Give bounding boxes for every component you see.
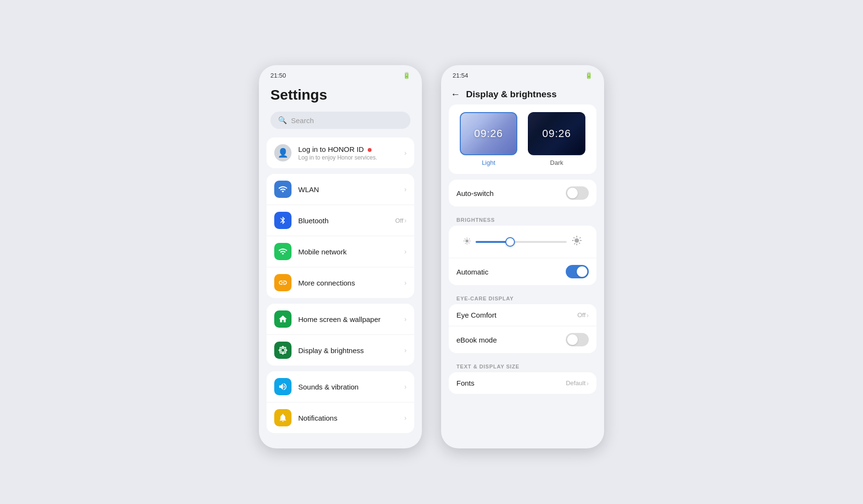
search-bar[interactable]: 🔍 Search	[270, 112, 410, 129]
display-brightness-content: Display & brightness	[298, 346, 404, 355]
eye-comfort-right: Off ›	[577, 311, 589, 319]
home-screen-item[interactable]: Home screen & wallpaper ›	[267, 304, 414, 335]
eye-comfort-label: Eye Comfort	[456, 311, 577, 319]
ebook-toggle[interactable]	[566, 333, 589, 346]
fonts-chevron: ›	[586, 379, 589, 387]
sounds-item[interactable]: Sounds & vibration ›	[267, 371, 414, 402]
display-brightness-item[interactable]: Display & brightness ›	[267, 335, 414, 366]
automatic-toggle[interactable]	[566, 265, 589, 278]
automatic-knob	[577, 266, 587, 277]
battery-icon-right: 🔋	[585, 72, 593, 79]
home-screen-content: Home screen & wallpaper	[298, 315, 404, 323]
search-placeholder: Search	[291, 116, 314, 125]
bluetooth-label: Bluetooth	[298, 217, 395, 225]
honor-id-item[interactable]: 👤 Log in to HONOR ID Log in to enjoy Hon…	[267, 137, 414, 168]
time-right: 21:54	[453, 72, 468, 79]
auto-switch-card: Auto-switch	[449, 180, 596, 206]
brightness-slider-item	[449, 226, 596, 258]
avatar: 👤	[274, 144, 292, 161]
mobile-network-chevron: ›	[404, 248, 407, 255]
battery-icon-left: 🔋	[403, 72, 410, 79]
back-button[interactable]: ←	[451, 89, 460, 100]
account-card: 👤 Log in to HONOR ID Log in to enjoy Hon…	[267, 137, 414, 168]
settings-phone: 21:50 🔋 Settings 🔍 Search 👤 Log in to HO…	[259, 65, 422, 448]
theme-dark-label: Dark	[550, 159, 563, 166]
theme-selector: 09:26 Light 09:26 Dark	[449, 104, 596, 174]
automatic-label: Automatic	[456, 268, 566, 276]
theme-light-time: 09:26	[474, 127, 503, 140]
sounds-content: Sounds & vibration	[298, 383, 404, 391]
brightness-card: Automatic	[449, 226, 596, 285]
chevron-icon: ›	[404, 149, 407, 157]
wlan-item[interactable]: WLAN ›	[267, 174, 414, 205]
theme-dark-preview: 09:26	[528, 112, 585, 155]
bluetooth-chevron: ›	[404, 217, 407, 224]
honor-id-title: Log in to HONOR ID	[298, 145, 404, 153]
notifications-icon	[274, 409, 292, 426]
auto-switch-knob	[567, 188, 578, 198]
settings-title: Settings	[259, 82, 422, 112]
theme-light-preview: 09:26	[460, 112, 517, 155]
bluetooth-status: Off	[395, 217, 403, 224]
status-bar-left: 21:50 🔋	[259, 65, 422, 82]
search-icon: 🔍	[278, 116, 287, 125]
mobile-network-content: Mobile network	[298, 248, 404, 256]
sounds-icon	[274, 378, 292, 395]
network-group-card: WLAN › Bluetooth Off ›	[267, 174, 414, 298]
eye-comfort-item[interactable]: Eye Comfort Off ›	[449, 304, 596, 326]
fonts-item[interactable]: Fonts Default ›	[449, 372, 596, 394]
wlan-icon	[274, 181, 292, 198]
display-group-card: Home screen & wallpaper › Display & brig…	[267, 304, 414, 366]
fonts-value: Default	[566, 379, 585, 387]
text-display-card: Fonts Default ›	[449, 372, 596, 394]
home-screen-chevron: ›	[404, 315, 407, 323]
honor-id-content: Log in to HONOR ID Log in to enjoy Honor…	[298, 145, 404, 161]
more-connections-label: More connections	[298, 279, 404, 287]
bluetooth-right: Off ›	[395, 217, 407, 224]
display-brightness-chevron: ›	[404, 346, 407, 354]
display-brightness-label: Display & brightness	[298, 346, 404, 355]
theme-dark-option[interactable]: 09:26 Dark	[526, 112, 587, 166]
ebook-label: eBook mode	[456, 336, 566, 344]
sounds-chevron: ›	[404, 383, 407, 390]
brightness-slider-track[interactable]	[476, 241, 567, 243]
home-screen-label: Home screen & wallpaper	[298, 315, 404, 323]
eye-care-card: Eye Comfort Off › eBook mode	[449, 304, 596, 353]
theme-light-option[interactable]: 09:26 Light	[458, 112, 519, 166]
eye-care-section-header: EYE-CARE DISPLAY	[441, 291, 604, 304]
auto-switch-label: Auto-switch	[456, 189, 566, 197]
display-brightness-icon	[274, 342, 292, 359]
theme-light-label: Light	[482, 159, 495, 166]
time-left: 21:50	[270, 72, 286, 79]
notification-dot	[368, 148, 372, 152]
fonts-label: Fonts	[456, 379, 566, 387]
status-bar-right: 21:54 🔋	[441, 65, 604, 82]
mobile-network-label: Mobile network	[298, 248, 404, 256]
automatic-item: Automatic	[449, 258, 596, 285]
bluetooth-icon	[274, 212, 292, 229]
bluetooth-content: Bluetooth	[298, 217, 395, 225]
back-header: ← Display & brightness	[441, 82, 604, 104]
auto-switch-toggle[interactable]	[566, 186, 589, 200]
bluetooth-item[interactable]: Bluetooth Off ›	[267, 205, 414, 236]
honor-id-subtitle: Log in to enjoy Honor services.	[298, 154, 404, 161]
wlan-content: WLAN	[298, 185, 404, 194]
more-connections-icon	[274, 274, 292, 291]
notifications-chevron: ›	[404, 414, 407, 422]
display-page-title: Display & brightness	[466, 89, 557, 100]
mobile-network-item[interactable]: Mobile network ›	[267, 236, 414, 267]
theme-dark-time: 09:26	[542, 127, 571, 140]
audio-group-card: Sounds & vibration › Notifications ›	[267, 371, 414, 433]
brightness-row	[455, 230, 590, 253]
more-connections-item[interactable]: More connections ›	[267, 267, 414, 298]
notifications-item[interactable]: Notifications ›	[267, 402, 414, 433]
auto-switch-item: Auto-switch	[449, 180, 596, 206]
notifications-label: Notifications	[298, 414, 404, 422]
more-connections-content: More connections	[298, 279, 404, 287]
mobile-network-icon	[274, 243, 292, 260]
sounds-label: Sounds & vibration	[298, 383, 404, 391]
eye-comfort-chevron: ›	[586, 311, 589, 319]
ebook-mode-item: eBook mode	[449, 326, 596, 353]
wlan-label: WLAN	[298, 185, 404, 194]
brightness-slider-thumb	[505, 237, 515, 247]
